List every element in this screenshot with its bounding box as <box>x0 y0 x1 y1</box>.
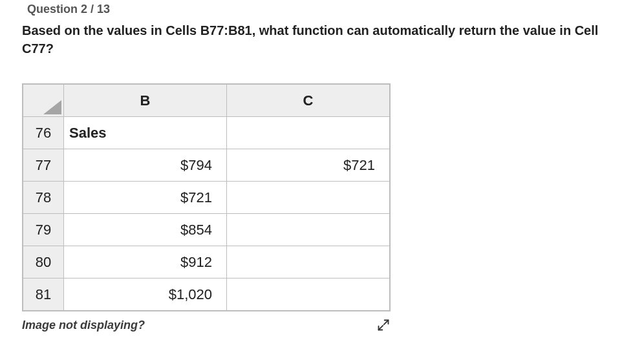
column-header-c: C <box>227 85 390 117</box>
cell-value-b: $1,020 <box>64 279 227 311</box>
column-header-b: B <box>64 85 227 117</box>
table-row: 76Sales <box>23 117 390 149</box>
header-row: B C <box>23 85 390 117</box>
cell-value-b: $721 <box>64 182 227 214</box>
table-row: 79$854 <box>23 214 390 246</box>
table-row: 77$794$721 <box>23 149 390 182</box>
cell-value-c <box>227 117 390 149</box>
cell-value-b: $854 <box>64 214 227 246</box>
question-prompt: Based on the values in Cells B77:B81, wh… <box>22 21 628 58</box>
cell-value-c <box>227 246 390 279</box>
row-number: 78 <box>23 182 64 214</box>
cell-label: Sales <box>64 117 227 149</box>
row-number: 77 <box>23 149 64 182</box>
select-all-corner <box>23 85 64 117</box>
cell-value-b: $794 <box>64 149 227 182</box>
spreadsheet-table: B C 76Sales77$794$72178$72179$85480$9128… <box>23 84 390 311</box>
table-row: 80$912 <box>23 246 390 279</box>
cell-value-c <box>227 182 390 214</box>
cell-value-b: $912 <box>64 246 227 279</box>
cell-value-c <box>227 214 390 246</box>
image-not-displaying-link[interactable]: Image not displaying? <box>22 319 145 332</box>
expand-icon[interactable] <box>376 318 391 332</box>
row-number: 81 <box>23 279 64 311</box>
table-row: 78$721 <box>23 182 390 214</box>
row-number: 80 <box>23 246 64 279</box>
row-number: 79 <box>23 214 64 246</box>
row-number: 76 <box>23 117 64 149</box>
question-number: Question 2 / 13 <box>27 3 628 16</box>
cell-value-c: $721 <box>227 149 390 182</box>
cell-value-c <box>227 279 390 311</box>
table-row: 81$1,020 <box>23 279 390 311</box>
spreadsheet-image: B C 76Sales77$794$72178$72179$85480$9128… <box>22 83 391 311</box>
